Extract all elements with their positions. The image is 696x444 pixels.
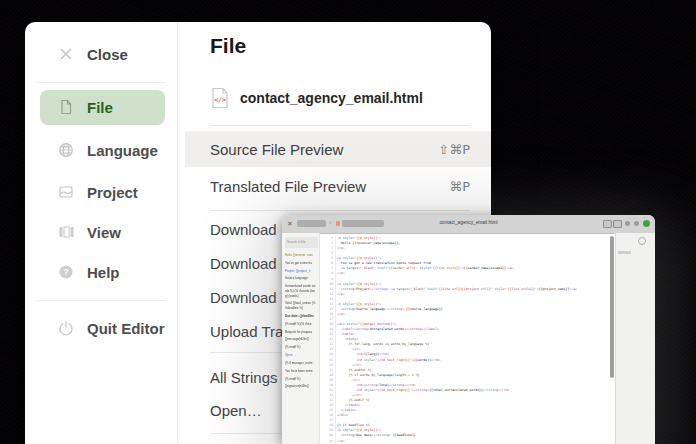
current-file-row: </> contact_agency_email.html bbox=[210, 82, 423, 114]
menu-item-label: Download Fi bbox=[210, 289, 293, 306]
string-row[interactable]: Project: {{project_n bbox=[285, 269, 316, 274]
string-row[interactable]: Hello {{receiver_nam bbox=[285, 253, 316, 258]
menu-item-label: Download bbox=[210, 221, 277, 238]
line-number: 41 bbox=[320, 439, 333, 444]
sidebar-divider bbox=[177, 22, 178, 444]
menu-item-source-file-preview[interactable]: Source File Preview ⇧⌘P bbox=[185, 131, 491, 167]
string-row[interactable]: (% if manager_invite bbox=[285, 361, 316, 366]
sidebar-separator-2 bbox=[36, 300, 166, 301]
sidebar-help-label: Help bbox=[87, 264, 120, 281]
menu-item-shortcut: ⇧⌘P bbox=[438, 142, 470, 157]
sidebar-item-view[interactable]: View bbox=[25, 212, 177, 252]
content-divider-2 bbox=[210, 210, 470, 211]
strings-list[interactable]: Hello {{receiver_namYou've got a new tra… bbox=[285, 253, 316, 392]
string-row[interactable]: {{signature|nl2br}} bbox=[285, 384, 316, 389]
titlebar-circle-icon-2[interactable] bbox=[634, 221, 639, 226]
code-lines: <p style="{{p_style}}"> Hello {{receiver… bbox=[337, 236, 609, 444]
sidebar-item-help[interactable]: ? Help bbox=[25, 252, 177, 292]
sidebar-language-label: Language bbox=[87, 142, 158, 159]
string-row[interactable]: (% endif %)(% if me bbox=[285, 322, 316, 327]
strings-panel: Search in file Hello {{receiver_namYou'v… bbox=[282, 233, 320, 444]
string-row[interactable]: Due date: {{deadline bbox=[285, 314, 316, 319]
content-divider-1 bbox=[210, 125, 470, 126]
sidebar-item-language[interactable]: Language bbox=[25, 130, 177, 170]
view-columns-icon bbox=[58, 224, 74, 240]
html-file-icon: </> bbox=[210, 87, 230, 109]
sidebar-item-project[interactable]: Project bbox=[25, 172, 177, 212]
string-row[interactable]: (% endif %) bbox=[285, 377, 316, 382]
titlebar-circle-icon-1[interactable] bbox=[625, 221, 630, 226]
window-titlebar[interactable]: ✕ › contact_agency_email.html bbox=[282, 215, 655, 234]
string-row[interactable]: (% endif %) bbox=[285, 345, 316, 350]
string-row[interactable]: {{message|nl2br}} bbox=[285, 337, 316, 342]
globe-icon bbox=[58, 142, 74, 158]
sidebar-project-label: Project bbox=[87, 184, 138, 201]
menu-item-label: All Strings bbox=[210, 369, 278, 386]
sidebar-item-close[interactable]: Close bbox=[25, 34, 177, 74]
menu-item-label: Translated File Preview bbox=[210, 178, 366, 195]
menu-item-label: Source File Preview bbox=[210, 141, 343, 158]
file-page-icon bbox=[58, 99, 74, 115]
code-line: </p> bbox=[337, 439, 609, 444]
string-row[interactable]: You've got a new tra bbox=[285, 261, 316, 266]
string-row[interactable]: Request for proposa bbox=[285, 330, 316, 335]
layout-toggle-icon-1[interactable] bbox=[603, 220, 612, 228]
panel-circle-icon[interactable] bbox=[638, 237, 646, 245]
layout-toggle-icon-2[interactable] bbox=[613, 220, 622, 228]
string-row[interactable]: Total: {{total_untran (% if deadline %) bbox=[285, 301, 316, 310]
code-line: <strong>Project:</strong> <a target="_bl… bbox=[337, 287, 609, 292]
menu-item-label: Download in bbox=[210, 255, 293, 272]
menu-item-label: Open… bbox=[210, 402, 262, 419]
blurred-strip-text bbox=[618, 251, 631, 254]
window-title: contact_agency_email.html bbox=[282, 220, 655, 225]
sidebar-file-label: File bbox=[87, 99, 113, 116]
sidebar-close-label: Close bbox=[87, 46, 128, 63]
string-row[interactable]: Source language: bbox=[285, 276, 316, 281]
help-icon: ? bbox=[58, 264, 74, 280]
sidebar-item-quit-editor[interactable]: Quit Editor bbox=[25, 308, 177, 348]
svg-text:</>: </> bbox=[214, 96, 226, 104]
current-file-name: contact_agency_email.html bbox=[240, 90, 423, 106]
project-icon bbox=[58, 184, 74, 200]
avatar-green-dot[interactable] bbox=[643, 220, 650, 227]
sidebar-separator bbox=[36, 82, 166, 83]
sidebar-quit-label: Quit Editor bbox=[87, 320, 165, 337]
sidebar-item-file[interactable]: File bbox=[25, 87, 177, 127]
search-input[interactable]: Search in file bbox=[285, 237, 318, 248]
screen: Close File Language Project Vi bbox=[0, 0, 696, 444]
svg-text:?: ? bbox=[63, 267, 68, 277]
sidebar-view-label: View bbox=[87, 224, 121, 241]
menu-item-shortcut: ⌘P bbox=[449, 179, 470, 194]
string-row[interactable]: Open → bbox=[285, 353, 316, 358]
menu-item-translated-file-preview[interactable]: Translated File Preview ⌘P bbox=[185, 168, 491, 204]
code-scrollbar[interactable] bbox=[610, 236, 614, 378]
close-icon bbox=[58, 46, 74, 62]
page-title: File bbox=[210, 34, 246, 58]
power-icon bbox=[58, 320, 74, 336]
string-row[interactable]: Untranslated words words %) (% if words … bbox=[285, 284, 316, 298]
string-row[interactable]: You have been invite bbox=[285, 369, 316, 374]
line-numbers: 1234567891011121314151617181920212223242… bbox=[320, 236, 336, 444]
right-side-strip bbox=[615, 233, 655, 444]
source-file-preview-window: ✕ › contact_agency_email.html Search in … bbox=[282, 215, 655, 444]
